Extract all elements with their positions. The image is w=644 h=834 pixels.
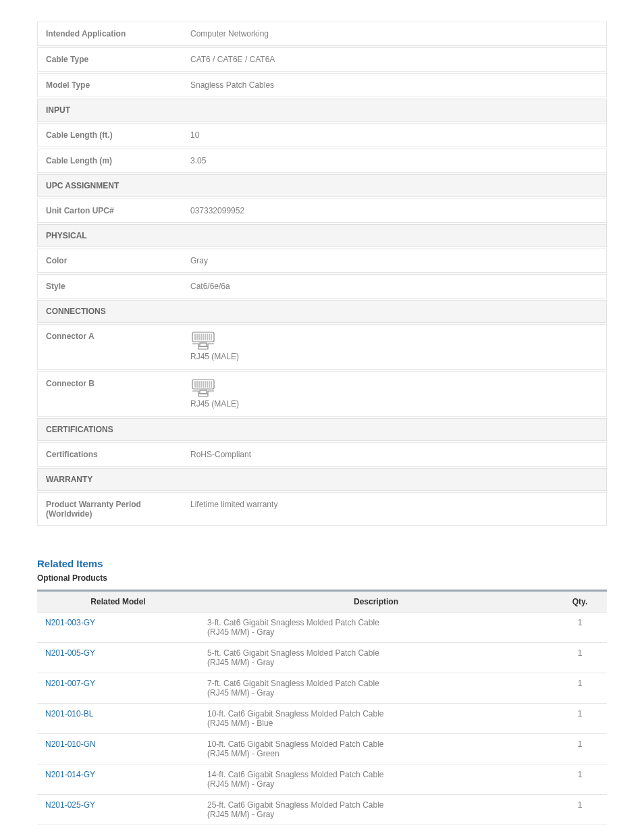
spec-value: Snagless Patch Cables [182,73,607,97]
related-description: 10-ft. Cat6 Gigabit Snagless Molded Patc… [199,734,553,764]
related-description-line1: 25-ft. Cat6 Gigabit Snagless Molded Patc… [207,800,383,810]
related-product-row: N201-010-GN10-ft. Cat6 Gigabit Snagless … [37,734,607,764]
related-description-line1: 5-ft. Cat6 Gigabit Snagless Molded Patch… [207,648,379,658]
related-description-line2: (RJ45 M/M) - Gray [207,627,545,637]
related-description-line1: 10-ft. Cat6 Gigabit Snagless Molded Patc… [207,739,383,749]
spec-value: RoHS-Compliant [182,442,607,467]
related-description-line2: (RJ45 M/M) - Gray [207,658,545,667]
related-description: 10-ft. Cat6 Gigabit Snagless Molded Patc… [199,704,553,734]
spec-label: Product Warranty Period (Worldwide) [37,492,182,526]
related-description-line1: 10-ft. Cat6 Gigabit Snagless Molded Patc… [207,709,383,719]
related-product-row: N201-010-BL10-ft. Cat6 Gigabit Snagless … [37,704,607,734]
spec-value: 3.05 [182,149,607,173]
spec-value: 10 [182,123,607,147]
spec-label: Model Type [37,73,182,97]
spec-label: Certifications [37,442,182,467]
related-description: 5-ft. Cat6 Gigabit Snagless Molded Patch… [199,643,553,673]
spec-value: 037332099952 [182,199,607,223]
related-description-line2: (RJ45 M/M) - Gray [207,779,545,789]
related-product-row: N201-014-GY14-ft. Cat6 Gigabit Snagless … [37,764,607,795]
spec-label: Connector B [37,371,182,417]
rj45-connector-icon [190,379,216,398]
spec-value: Lifetime limited warranty [182,492,607,526]
related-model-link[interactable]: N201-003-GY [45,618,95,627]
spec-label: Color [37,249,182,273]
related-description-line1: 3-ft. Cat6 Gigabit Snagless Molded Patch… [207,618,379,627]
related-model-link[interactable]: N201-025-GY [45,800,95,810]
related-qty: 1 [553,643,607,673]
related-qty: 1 [553,795,607,825]
spec-table: Intended ApplicationComputer NetworkingC… [37,20,607,527]
related-product-row: N201-025-GY25-ft. Cat6 Gigabit Snagless … [37,795,607,825]
spec-value: CAT6 / CAT6E / CAT6A [182,47,607,72]
related-description: 14-ft. Cat6 Gigabit Snagless Molded Patc… [199,764,553,795]
related-qty: 1 [553,734,607,764]
related-col-model: Related Model [37,591,199,613]
spec-section-header: PHYSICAL [37,224,607,247]
spec-label: Unit Carton UPC# [37,199,182,223]
related-description: 7-ft. Cat6 Gigabit Snagless Molded Patch… [199,673,553,704]
related-description-line2: (RJ45 M/M) - Blue [207,719,545,728]
related-model-link[interactable]: N201-007-GY [45,679,95,688]
related-model-link[interactable]: N201-010-BL [45,709,93,719]
related-col-qty: Qty. [553,591,607,613]
spec-value: Gray [182,249,607,273]
related-description: 3-ft. Cat6 Gigabit Snagless Molded Patch… [199,613,553,643]
related-description-line1: 14-ft. Cat6 Gigabit Snagless Molded Patc… [207,770,383,779]
related-model-link[interactable]: N201-005-GY [45,648,95,658]
connector-type-label: RJ45 (MALE) [190,399,239,409]
related-description-line1: 7-ft. Cat6 Gigabit Snagless Molded Patch… [207,679,379,688]
spec-value: RJ45 (MALE) [182,324,607,370]
spec-section-header: CONNECTIONS [37,300,607,323]
related-product-row: N201-003-GY3-ft. Cat6 Gigabit Snagless M… [37,613,607,643]
related-description-line2: (RJ45 M/M) - Gray [207,688,545,698]
related-product-row: N201-007-GY7-ft. Cat6 Gigabit Snagless M… [37,673,607,704]
optional-products-heading: Optional Products [37,573,607,583]
rj45-connector-icon [190,332,216,350]
related-products-table: Related Model Description Qty. N201-003-… [37,590,607,825]
related-model-link[interactable]: N201-010-GN [45,739,96,749]
spec-value: Computer Networking [182,22,607,46]
spec-value: RJ45 (MALE) [182,371,607,417]
svg-rect-10 [200,343,207,346]
spec-label: Cable Type [37,47,182,72]
related-qty: 1 [553,704,607,734]
svg-rect-21 [200,390,207,394]
related-items-heading: Related Items [37,558,607,569]
related-qty: 1 [553,613,607,643]
spec-label: Cable Length (ft.) [37,123,182,147]
related-product-row: N201-005-GY5-ft. Cat6 Gigabit Snagless M… [37,643,607,673]
spec-value: Cat6/6e/6a [182,274,607,298]
spec-label: Connector A [37,324,182,370]
spec-section-header: WARRANTY [37,468,607,491]
spec-section-header: UPC ASSIGNMENT [37,174,607,197]
spec-label: Cable Length (m) [37,149,182,173]
related-model-link[interactable]: N201-014-GY [45,770,95,779]
connector-type-label: RJ45 (MALE) [190,352,239,361]
spec-section-header: CERTIFICATIONS [37,418,607,441]
spec-label: Intended Application [37,22,182,46]
related-description-line2: (RJ45 M/M) - Green [207,749,545,758]
spec-section-header: INPUT [37,99,607,122]
spec-label: Style [37,274,182,298]
related-description-line2: (RJ45 M/M) - Gray [207,810,545,819]
related-qty: 1 [553,673,607,704]
related-col-description: Description [199,591,553,613]
related-qty: 1 [553,764,607,795]
related-description: 25-ft. Cat6 Gigabit Snagless Molded Patc… [199,795,553,825]
